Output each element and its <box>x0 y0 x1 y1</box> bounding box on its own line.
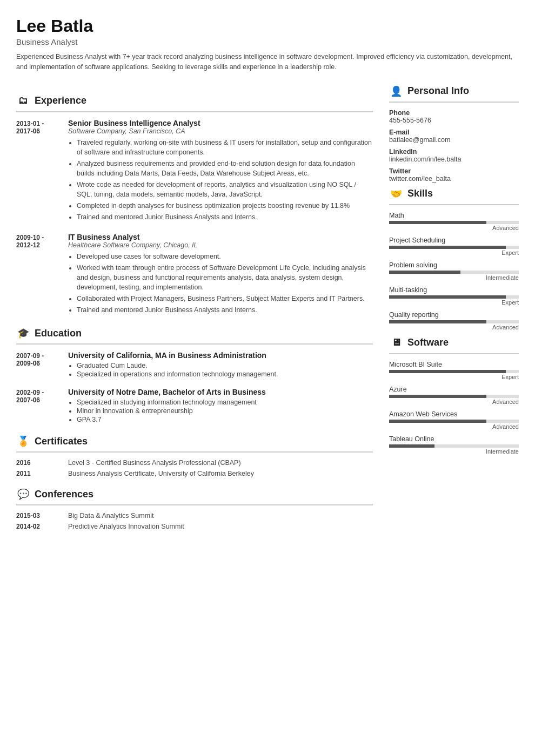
cert-item: 2016 Level 3 - Certified Business Analys… <box>16 459 373 467</box>
software-name: Azure <box>389 386 519 393</box>
skill-bar-fill <box>389 295 506 299</box>
software-level: Advanced <box>389 423 519 430</box>
experience-icon: 🗂 <box>16 94 30 108</box>
personal-info-item: Phone 455-555-5676 <box>389 109 519 124</box>
experience-section-title: 🗂 Experience <box>16 94 373 112</box>
certificates-section-title: 🏅 Certificates <box>16 434 373 453</box>
software-item: Tableau Online Intermediate <box>389 435 519 455</box>
skill-name: Math <box>389 212 519 219</box>
software-item: Azure Advanced <box>389 386 519 405</box>
education-date: 2002-09 - 2007-06 <box>16 388 59 424</box>
software-bar <box>389 395 519 398</box>
software-level: Advanced <box>389 399 519 405</box>
skill-bar-fill <box>389 320 486 323</box>
cert-item: 2011 Business Analysis Certificate, Univ… <box>16 470 373 477</box>
bullet-item: Worked with team through entire process … <box>77 263 373 292</box>
education-date: 2007-09 - 2009-06 <box>16 351 59 379</box>
cert-text: Business Analysis Certificate, Universit… <box>68 470 254 477</box>
skills-section: 🤝 Skills Math Advanced Project Schedulin… <box>389 187 519 330</box>
edu-bullet: Specialized in studying information tech… <box>77 399 373 406</box>
experience-date: 2013-01 - 2017-06 <box>16 119 59 224</box>
edu-title: University of California, MA in Business… <box>68 351 373 360</box>
conf-text: Big Data & Analytics Summit <box>68 512 153 519</box>
skill-item: Math Advanced <box>389 212 519 231</box>
software-item: Microsoft BI Suite Expert <box>389 361 519 380</box>
bullet-item: Collaborated with Project Managers, Busi… <box>77 294 373 303</box>
skill-level: Expert <box>389 249 519 256</box>
company: Software Company, San Francisco, CA <box>68 127 373 135</box>
software-bar-fill <box>389 444 434 448</box>
education-item: 2002-09 - 2007-06 University of Notre Da… <box>16 388 373 424</box>
personal-info-item: LinkedIn linkedin.com/in/lee.balta <box>389 148 519 163</box>
skill-bar <box>389 295 519 299</box>
software-name: Tableau Online <box>389 435 519 443</box>
edu-bullet: Specialized in operations and informatio… <box>77 370 373 378</box>
conf-date: 2014-02 <box>16 523 59 530</box>
job-bullets: Developed use cases for software develop… <box>68 252 373 315</box>
job-title: Senior Business Intelligence Analyst <box>68 119 373 127</box>
cert-text: Level 3 - Certified Business Analysis Pr… <box>68 459 241 467</box>
skill-bar-fill <box>389 271 460 274</box>
personal-info-section-title: 👤 Personal Info <box>389 84 519 103</box>
certificates-icon: 🏅 <box>16 434 30 448</box>
software-bar <box>389 444 519 448</box>
skill-item: Multi-tasking Expert <box>389 286 519 306</box>
software-bar-fill <box>389 395 486 398</box>
skill-bar <box>389 320 519 323</box>
candidate-title: Business Analyst <box>16 37 519 46</box>
skills-icon: 🤝 <box>389 187 403 201</box>
bullet-item: Wrote code as needed for development of … <box>77 180 373 199</box>
education-section-title: 🎓 Education <box>16 326 373 345</box>
experience-item: 2013-01 - 2017-06 Senior Business Intell… <box>16 119 373 224</box>
job-bullets: Traveled regularly, working on-site with… <box>68 138 373 222</box>
skill-name: Problem solving <box>389 261 519 269</box>
skill-name: Multi-tasking <box>389 286 519 294</box>
bullet-item: Trained and mentored Junior Business Ana… <box>77 212 373 222</box>
conferences-icon: 💬 <box>16 487 30 501</box>
candidate-name: Lee Batla <box>16 16 519 36</box>
edu-bullet: Graduated Cum Laude. <box>77 362 373 369</box>
experience-section: 🗂 Experience 2013-01 - 2017-06 Senior Bu… <box>16 94 373 317</box>
software-bar-fill <box>389 420 486 423</box>
education-content: University of Notre Dame, Bachelor of Ar… <box>68 388 373 424</box>
software-name: Amazon Web Services <box>389 410 519 418</box>
bullet-item: Analyzed business requirements and provi… <box>77 159 373 178</box>
resume-container: Lee Batla Business Analyst Experienced B… <box>0 0 535 544</box>
conf-date: 2015-03 <box>16 512 59 519</box>
experience-content: Senior Business Intelligence Analyst Sof… <box>68 119 373 224</box>
cert-date: 2011 <box>16 470 59 477</box>
experience-content: IT Business Analyst Healthcare Software … <box>68 233 373 317</box>
right-column: 👤 Personal Info Phone 455-555-5676 E-mai… <box>389 84 519 534</box>
skills-container: Math Advanced Project Scheduling Expert … <box>389 212 519 330</box>
conf-text: Predictive Analytics Innovation Summit <box>68 523 184 530</box>
skill-item: Quality reporting Advanced <box>389 311 519 330</box>
edu-bullets: Graduated Cum Laude. Specialized in oper… <box>68 362 373 378</box>
bullet-item: Completed in-depth analyses for business… <box>77 201 373 211</box>
software-item: Amazon Web Services Advanced <box>389 410 519 430</box>
software-bar <box>389 370 519 373</box>
education-icon: 🎓 <box>16 326 30 340</box>
skill-level: Expert <box>389 299 519 306</box>
main-layout: 🗂 Experience 2013-01 - 2017-06 Senior Bu… <box>16 84 519 534</box>
bullet-item: Traveled regularly, working on-site with… <box>77 138 373 157</box>
personal-info-item: E-mail batlalee@gmail.com <box>389 129 519 144</box>
skill-bar-fill <box>389 246 506 249</box>
experience-item: 2009-10 - 2012-12 IT Business Analyst He… <box>16 233 373 317</box>
education-content: University of California, MA in Business… <box>68 351 373 379</box>
personal-info-section: 👤 Personal Info Phone 455-555-5676 E-mai… <box>389 84 519 183</box>
software-name: Microsoft BI Suite <box>389 361 519 368</box>
skill-name: Quality reporting <box>389 311 519 319</box>
conferences-section: 💬 Conferences 2015-03 Big Data & Analyti… <box>16 487 373 530</box>
bullet-item: Trained and mentored Junior Business Ana… <box>77 305 373 315</box>
certificates-section: 🏅 Certificates 2016 Level 3 - Certified … <box>16 434 373 477</box>
skill-bar-fill <box>389 221 486 224</box>
education-section: 🎓 Education 2007-09 - 2009-06 University… <box>16 326 373 424</box>
edu-bullet: GPA 3.7 <box>77 416 373 423</box>
software-level: Intermediate <box>389 448 519 455</box>
candidate-summary: Experienced Business Analyst with 7+ yea… <box>16 52 519 72</box>
bullet-item: Developed use cases for software develop… <box>77 252 373 261</box>
skills-section-title: 🤝 Skills <box>389 187 519 205</box>
software-level: Expert <box>389 374 519 380</box>
skill-level: Intermediate <box>389 274 519 281</box>
edu-bullets: Specialized in studying information tech… <box>68 399 373 423</box>
